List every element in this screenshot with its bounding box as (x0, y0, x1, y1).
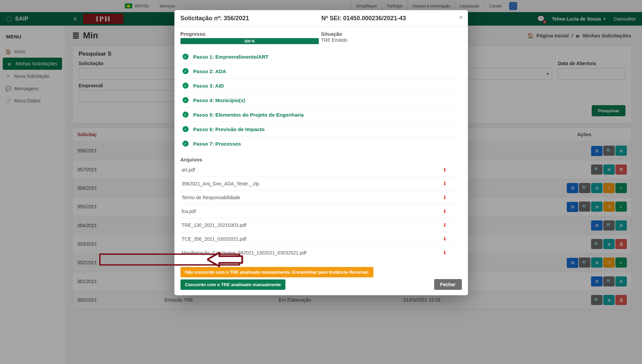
fechar-button[interactable]: Fechar (434, 279, 462, 290)
progress-bar: 100 % (180, 38, 319, 44)
step-label: Passo 3: AID (193, 83, 224, 89)
file-item: Termo de Responsabilidade⬇ (180, 191, 462, 205)
step-label: Passo 2: ADA (193, 68, 226, 74)
file-item: 3562021_Arq_Geo_ADA_Teste._.zip⬇ (180, 177, 462, 191)
file-name: Manifestação_Conclusiva_582021_1302021_0… (182, 250, 307, 255)
step-item[interactable]: ✓Passo 6: Previsão de Impacto (180, 122, 462, 136)
check-circle-icon: ✓ (183, 126, 189, 132)
modal-footer: Não concordo com o TRE analisado manualm… (174, 266, 468, 295)
modal-header: Solicitação nº: 356/2021 Nº SEI: 01450.0… (174, 10, 468, 26)
step-label: Passo 4: Município(s) (193, 97, 245, 103)
arquivos-label: Arquivos (180, 157, 462, 162)
steps-list: ✓Passo 1: Empreendimento/ART✓Passo 2: AD… (180, 50, 462, 151)
step-item[interactable]: ✓Passo 5: Elementos do Projeto de Engenh… (180, 108, 462, 122)
download-icon[interactable]: ⬇ (443, 167, 460, 173)
modal-title-left: Solicitação nº: 356/2021 (180, 15, 321, 22)
step-item[interactable]: ✓Passo 1: Empreendimento/ART (180, 50, 462, 64)
download-icon[interactable]: ⬇ (443, 194, 460, 201)
step-label: Passo 6: Previsão de Impacto (193, 126, 265, 132)
file-list: art.pdf⬇3562021_Arq_Geo_ADA_Teste._.zip⬇… (180, 163, 462, 260)
modal-body: Progresso 100 % Situação TRE Emitido ✓Pa… (174, 26, 468, 266)
download-icon[interactable]: ⬇ (443, 222, 460, 228)
step-item[interactable]: ✓Passo 3: AID (180, 79, 462, 93)
modal-solicitacao: Solicitação nº: 356/2021 Nº SEI: 01450.0… (174, 10, 468, 295)
step-label: Passo 1: Empreendimento/ART (193, 54, 269, 60)
file-item: TRE_130_2021_20210303.pdf⬇ (180, 218, 462, 232)
file-name: art.pdf (182, 167, 195, 173)
check-circle-icon: ✓ (183, 112, 189, 118)
file-name: TCE_356_2021_03032021.pdf (182, 236, 247, 242)
label-progresso: Progresso (180, 31, 321, 37)
download-icon[interactable]: ⬇ (443, 181, 460, 187)
file-item: fca.pdf⬇ (180, 205, 462, 218)
file-name: Termo de Responsabilidade (182, 195, 241, 200)
label-situacao: Situação (321, 31, 462, 37)
download-icon[interactable]: ⬇ (443, 208, 460, 214)
file-name: 3562021_Arq_Geo_ADA_Teste._.zip (182, 181, 259, 186)
close-icon[interactable]: × (459, 13, 463, 21)
step-label: Passo 5: Elementos do Projeto de Engenha… (193, 112, 304, 118)
file-name: TRE_130_2021_20210303.pdf (182, 222, 247, 228)
concordo-button[interactable]: Concordo com o TRE analisado manualmente (180, 279, 286, 290)
step-item[interactable]: ✓Passo 7: Processos (180, 136, 462, 151)
file-name: fca.pdf (182, 209, 196, 214)
nao-concordo-button[interactable]: Não concordo com o TRE analisado manualm… (180, 267, 374, 277)
progress-fill: 100 % (180, 38, 319, 44)
check-circle-icon: ✓ (183, 68, 189, 74)
check-circle-icon: ✓ (183, 83, 189, 89)
file-item: Manifestação_Conclusiva_582021_1302021_0… (180, 246, 462, 260)
download-icon[interactable]: ⬇ (443, 236, 460, 242)
check-circle-icon: ✓ (183, 54, 189, 60)
check-circle-icon: ✓ (183, 97, 189, 103)
step-item[interactable]: ✓Passo 4: Município(s) (180, 93, 462, 108)
download-icon[interactable]: ⬇ (443, 250, 460, 256)
step-label: Passo 7: Processos (193, 141, 241, 147)
step-item[interactable]: ✓Passo 2: ADA (180, 64, 462, 79)
modal-title-right: Nº SEI: 01450.000236/2021-43 (321, 15, 462, 22)
situacao-value: TRE Emitido (321, 37, 462, 43)
file-item: art.pdf⬇ (180, 163, 462, 177)
check-circle-icon: ✓ (183, 141, 189, 147)
file-item: TCE_356_2021_03032021.pdf⬇ (180, 232, 462, 246)
